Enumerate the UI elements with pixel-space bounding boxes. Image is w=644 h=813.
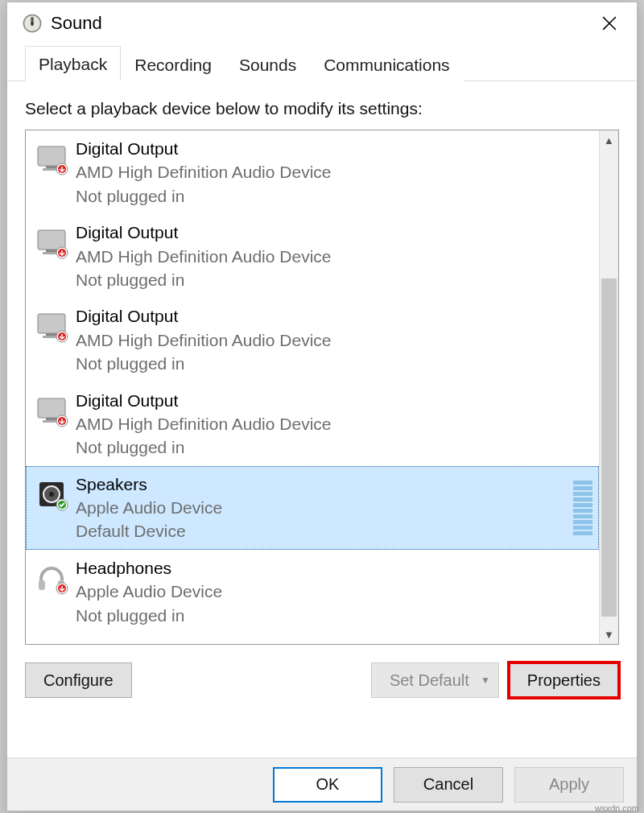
ok-button[interactable]: OK <box>273 767 382 803</box>
device-desc: Apple Audio Device <box>76 580 594 603</box>
monitor-unplugged-icon <box>29 389 76 429</box>
sound-dialog: Sound Playback Recording Sounds Communic… <box>6 2 638 811</box>
device-desc: Apple Audio Device <box>76 496 572 519</box>
watermark: wsxdn.com <box>595 803 639 813</box>
tabstrip: Playback Recording Sounds Communications <box>7 44 637 81</box>
vu-meter <box>572 477 594 539</box>
monitor-unplugged-icon <box>29 137 76 177</box>
monitor-unplugged-icon <box>29 221 76 261</box>
scrollbar[interactable]: ▲ ▼ <box>599 130 618 644</box>
scroll-thumb[interactable] <box>601 279 617 617</box>
device-status: Not plugged in <box>76 435 594 459</box>
close-button[interactable] <box>590 6 629 41</box>
device-list[interactable]: Digital Output AMD High Definition Audio… <box>26 130 599 644</box>
tab-sounds[interactable]: Sounds <box>225 47 310 81</box>
monitor-unplugged-icon <box>29 304 76 345</box>
device-item[interactable]: Digital Output AMD High Definition Audio… <box>26 214 599 298</box>
instruction-text: Select a playback device below to modify… <box>25 99 619 118</box>
svg-rect-5 <box>38 147 65 166</box>
svg-rect-30 <box>39 580 45 590</box>
svg-rect-6 <box>46 166 57 168</box>
device-item[interactable]: Digital Output AMD High Definition Audio… <box>26 382 599 466</box>
svg-rect-15 <box>38 314 65 333</box>
app-icon <box>22 13 43 34</box>
action-row: Configure Set Default Properties <box>25 662 619 698</box>
device-name: Speakers <box>76 473 572 496</box>
device-item[interactable]: Digital Output AMD High Definition Audio… <box>26 130 599 214</box>
device-name: Digital Output <box>76 389 594 412</box>
scroll-track[interactable] <box>600 150 618 625</box>
headphones-unplugged-icon <box>29 556 76 596</box>
window-title: Sound <box>51 13 590 34</box>
configure-button[interactable]: Configure <box>25 662 132 698</box>
device-item-selected[interactable]: Speakers Apple Audio Device Default Devi… <box>26 466 599 550</box>
device-status: Not plugged in <box>76 604 594 627</box>
speaker-default-icon <box>29 473 76 513</box>
properties-button[interactable]: Properties <box>509 662 619 698</box>
device-status: Not plugged in <box>76 268 594 291</box>
scroll-up-arrow[interactable]: ▲ <box>600 130 618 150</box>
device-desc: AMD High Definition Audio Device <box>76 160 594 184</box>
svg-point-2 <box>31 22 33 24</box>
titlebar: Sound <box>7 2 637 44</box>
device-name: Digital Output <box>76 304 594 328</box>
device-status: Not plugged in <box>76 352 594 375</box>
device-desc: AMD High Definition Audio Device <box>76 412 594 435</box>
tab-recording[interactable]: Recording <box>121 47 225 81</box>
device-desc: AMD High Definition Audio Device <box>76 328 594 352</box>
set-default-button[interactable]: Set Default <box>371 662 499 698</box>
cancel-button[interactable]: Cancel <box>394 767 503 803</box>
apply-button[interactable]: Apply <box>514 767 624 803</box>
tab-content: Select a playback device below to modify… <box>7 81 637 757</box>
device-name: Digital Output <box>76 221 594 244</box>
svg-rect-16 <box>46 333 57 336</box>
device-status: Default Device <box>76 519 572 543</box>
svg-rect-20 <box>38 398 65 418</box>
svg-point-27 <box>49 492 54 497</box>
device-item[interactable]: Digital Output AMD High Definition Audio… <box>26 298 599 382</box>
dialog-footer: OK Cancel Apply <box>7 757 637 811</box>
svg-rect-10 <box>38 230 65 250</box>
tab-communications[interactable]: Communications <box>310 47 463 81</box>
device-name: Headphones <box>76 556 594 580</box>
device-item[interactable]: Headphones Apple Audio Device Not plugge… <box>26 550 599 633</box>
device-name: Digital Output <box>76 137 594 160</box>
device-list-container: Digital Output AMD High Definition Audio… <box>25 130 619 645</box>
device-desc: AMD High Definition Audio Device <box>76 245 594 268</box>
scroll-down-arrow[interactable]: ▼ <box>600 625 618 644</box>
svg-rect-11 <box>46 250 57 252</box>
device-status: Not plugged in <box>76 184 594 208</box>
tab-playback[interactable]: Playback <box>25 46 121 81</box>
svg-rect-21 <box>46 418 57 420</box>
